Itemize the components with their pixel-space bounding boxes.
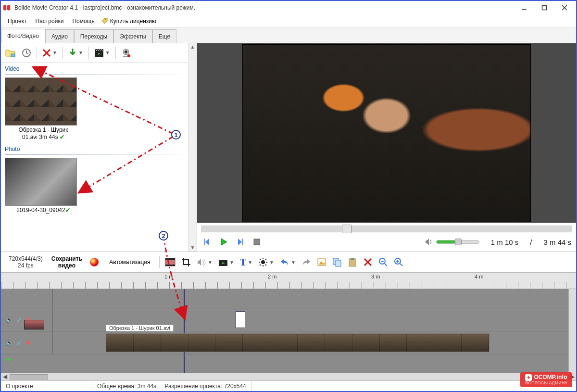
minimize-button[interactable] xyxy=(514,2,534,13)
svg-line-33 xyxy=(260,259,261,260)
menu-help[interactable]: Помощь xyxy=(68,16,98,26)
history-button[interactable] xyxy=(19,46,34,60)
zoom-out-button[interactable] xyxy=(376,255,390,269)
snapshot-button[interactable] xyxy=(314,255,329,269)
photo-item-label: 2019-04-30_09042 xyxy=(16,207,65,214)
webcam-button[interactable] xyxy=(119,46,133,60)
redo-button[interactable] xyxy=(299,255,314,269)
plus-icon: + xyxy=(6,355,11,365)
video-thumbnail[interactable] xyxy=(5,77,77,126)
scroll-down-icon[interactable]: ▼ xyxy=(188,244,197,252)
video-clip[interactable] xyxy=(106,333,489,352)
chevron-down-icon: ▼ xyxy=(269,260,274,265)
separator xyxy=(5,154,193,155)
close-button[interactable] xyxy=(555,2,574,13)
save-label-bottom: видео xyxy=(58,262,75,269)
scroll-up-icon[interactable]: ▲ xyxy=(188,43,197,51)
photo-item-caption: 2019-04-30_09042✔ xyxy=(5,206,82,218)
status-about[interactable]: О проекте xyxy=(1,381,92,391)
volume-slider[interactable] xyxy=(436,240,479,244)
clapper-menu-button[interactable]: ▼ xyxy=(216,255,237,269)
menubar: Проект Настройки Помощь Купить лицензию xyxy=(1,14,576,28)
delete-clip-button[interactable] xyxy=(361,255,375,269)
svg-marker-19 xyxy=(221,239,227,245)
timeline-vscroll[interactable] xyxy=(568,289,576,373)
window-title: Bolide Movie Creator 4.1 - lastproject.b… xyxy=(14,4,514,11)
media-tabs: Фото/Видео Аудио Переходы Эффекты Еще xyxy=(1,28,576,43)
chevron-down-icon: ▼ xyxy=(208,260,213,265)
photo-thumbnail[interactable] xyxy=(5,158,77,206)
watermark: +OCOMP.info ВОПРОСЫ АДМИНУ xyxy=(520,372,572,387)
play-button[interactable] xyxy=(218,236,230,248)
scroll-left-icon[interactable]: ◀ xyxy=(1,373,9,380)
remove-track-icon[interactable]: ✖ xyxy=(25,340,32,346)
tab-transitions[interactable]: Переходы xyxy=(74,29,113,43)
save-video-button[interactable]: Сохранить видео xyxy=(49,255,85,269)
paste-button[interactable] xyxy=(345,255,360,269)
separator xyxy=(88,47,89,59)
photo-section-label: Photo xyxy=(5,145,193,153)
window-controls xyxy=(514,2,574,13)
stop-button[interactable] xyxy=(251,236,263,248)
app-window: Bolide Movie Creator 4.1 - lastproject.b… xyxy=(0,0,577,392)
add-track-row[interactable]: + xyxy=(1,354,576,365)
tab-photo-video[interactable]: Фото/Видео xyxy=(1,29,45,43)
preview-scrubber[interactable] xyxy=(201,226,572,232)
time-current: 1 m 10 s xyxy=(491,238,519,246)
media-list: Video Обрезка 1 - Шурик 01.avi 3m 44s ✔ … xyxy=(1,63,197,252)
audio-volume-button[interactable]: ▼ xyxy=(194,255,215,269)
tab-effects[interactable]: Эффекты xyxy=(113,29,152,43)
svg-rect-25 xyxy=(165,265,175,266)
track-overlay[interactable]: 🔈 ⤢ ✖ xyxy=(1,308,576,331)
mute-icon[interactable]: 🔈 xyxy=(6,340,13,346)
copy-button[interactable] xyxy=(330,255,344,269)
svg-rect-1 xyxy=(7,5,10,11)
open-folder-button[interactable] xyxy=(3,46,18,60)
crop-button[interactable] xyxy=(179,255,193,269)
speaker-icon[interactable] xyxy=(425,238,433,246)
main-area: ▼ ▼ ▼ Video Обрезка 1 - Шурик 01.avi 3m … xyxy=(1,43,576,252)
zoom-in-button[interactable] xyxy=(391,255,406,269)
expand-icon[interactable]: ⤢ xyxy=(15,316,22,323)
titlebar: Bolide Movie Creator 4.1 - lastproject.b… xyxy=(1,1,576,14)
menu-buy-license[interactable]: Купить лицензию xyxy=(101,18,156,25)
menu-project[interactable]: Проект xyxy=(4,16,31,26)
chevron-down-icon: ▼ xyxy=(105,50,110,55)
timeline-ruler[interactable]: 1 m 2 m 3 m 4 m xyxy=(1,273,576,289)
clip-title: Обрезка 1 - Шурик 01.avi xyxy=(106,325,174,331)
media-toolbar: ▼ ▼ ▼ xyxy=(1,43,197,63)
tab-more[interactable]: Еще xyxy=(152,29,176,43)
hscroll-thumb[interactable] xyxy=(10,374,48,379)
download-button[interactable]: ▼ xyxy=(66,46,86,60)
prev-frame-button[interactable] xyxy=(202,236,213,248)
mute-icon[interactable]: 🔈 xyxy=(6,316,13,323)
slider-handle[interactable] xyxy=(455,239,462,245)
timeline: 1 m 2 m 3 m 4 m 🔈 ⤢ ✖ xyxy=(1,273,576,380)
track-head-video: 🔈 ⤢ ✖ xyxy=(1,331,53,354)
filmstrip-button[interactable] xyxy=(163,255,178,269)
next-frame-button[interactable] xyxy=(235,236,246,248)
ruler-mark-4m: 4 m xyxy=(475,274,483,279)
menu-settings[interactable]: Настройки xyxy=(32,16,68,26)
time-total: 3 m 44 s xyxy=(543,238,571,246)
ruler-mark-2m: 2 m xyxy=(268,274,276,279)
automation-button[interactable]: Автоматизация xyxy=(103,255,156,269)
expand-icon[interactable]: ⤢ xyxy=(15,340,22,346)
chevron-down-icon: ▼ xyxy=(248,260,252,265)
tab-audio[interactable]: Аудио xyxy=(45,29,74,43)
delete-button[interactable]: ▼ xyxy=(40,46,60,60)
preview-viewport xyxy=(197,43,576,223)
text-button[interactable]: T▼ xyxy=(238,255,255,269)
record-icon[interactable] xyxy=(90,258,99,266)
separator xyxy=(5,74,193,75)
svg-line-51 xyxy=(400,264,402,266)
clapperboard-button[interactable]: ▼ xyxy=(92,46,113,60)
insert-marker[interactable] xyxy=(236,311,245,328)
timeline-hscroll[interactable]: ◀ ▶ xyxy=(1,373,576,380)
undo-button[interactable]: ▼ xyxy=(277,255,298,269)
media-scrollbar[interactable]: ▲ ▼ xyxy=(188,43,197,252)
maximize-button[interactable] xyxy=(535,2,554,13)
track-main-video[interactable]: 🔈 ⤢ ✖ Обрезка 1 - Шурик 01.avi xyxy=(1,331,576,354)
brightness-button[interactable]: ▼ xyxy=(256,255,276,269)
scrubber-handle[interactable] xyxy=(342,225,351,233)
